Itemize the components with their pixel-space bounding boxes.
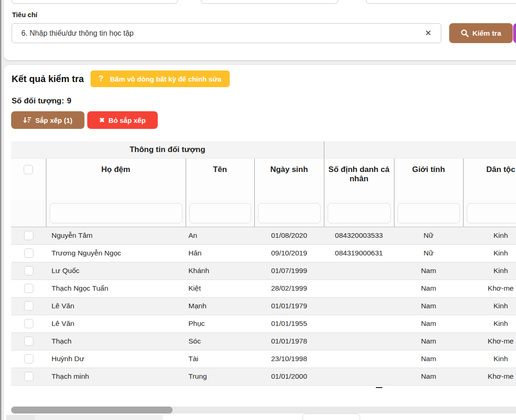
- column-header-ngay-sinh: Ngày sinh: [254, 158, 324, 200]
- sort-amount-icon: [23, 116, 32, 124]
- cell-ngay-sinh: 09/10/2019: [254, 244, 324, 262]
- results-table: Thông tin đối tượng Họ đệm Tên Ngày sinh…: [11, 141, 516, 386]
- table-row[interactable]: Huỳnh Dư Tài 23/10/1998 Nam Kinh: [11, 350, 516, 368]
- row-checkbox-cell: [11, 350, 46, 368]
- row-checkbox[interactable]: [24, 337, 33, 346]
- row-checkbox[interactable]: [24, 248, 33, 258]
- row-checkbox[interactable]: [24, 372, 33, 381]
- check-button-label: Kiểm tra: [472, 29, 501, 38]
- page-size-select-truncated[interactable]: [303, 414, 360, 420]
- cell-so-dinh-danh: [324, 368, 394, 385]
- row-checkbox-cell: [11, 280, 46, 297]
- filter-cell-empty: [11, 200, 46, 227]
- cell-ho-dem: Lê Văn: [46, 315, 186, 332]
- column-header-so-dinh-danh: Số định danh cá nhân: [324, 158, 394, 200]
- edit-hint-text: Bấm vô dòng bất kỳ để chỉnh sửa: [110, 75, 221, 83]
- cell-dan-toc: Khơ-me: [463, 280, 516, 297]
- row-checkbox-cell: [11, 297, 46, 315]
- filter-input-ngay-sinh[interactable]: [258, 203, 321, 223]
- filter-input-dan-toc[interactable]: [467, 203, 516, 223]
- cell-ten: Phục: [186, 315, 254, 332]
- clear-icon[interactable]: ✕: [423, 28, 433, 38]
- footer-element-truncated-1: [6, 415, 35, 420]
- cell-ngay-sinh: 28/02/1999: [254, 280, 324, 297]
- cell-ten: Khánh: [186, 262, 254, 280]
- cell-so-dinh-danh: [324, 262, 394, 280]
- window-left-edge: [0, 0, 1, 420]
- column-header-ten: Tên: [186, 158, 254, 200]
- row-checkbox-cell: [11, 244, 46, 262]
- cell-so-dinh-danh: [324, 315, 394, 332]
- filter-input-ho-dem[interactable]: [50, 203, 182, 223]
- cell-gioi-tinh: Nữ: [394, 244, 463, 262]
- criteria-card: Tiêu chí 6. Nhập thiếu/dư thông tin học …: [4, 0, 516, 60]
- cell-ngay-sinh: 23/10/1998: [254, 350, 324, 368]
- table-row[interactable]: Lê Văn Mạnh 01/01/1979 Nam Kinh: [11, 297, 516, 315]
- search-icon: [461, 29, 469, 37]
- row-checkbox[interactable]: [24, 284, 33, 293]
- horizontal-scrollbar-track[interactable]: [11, 407, 516, 414]
- clear-sort-button-label: Bỏ sắp xếp: [109, 116, 146, 124]
- row-checkbox[interactable]: [24, 319, 33, 328]
- cell-ho-dem: Lư Quốc: [46, 262, 186, 280]
- horizontal-scrollbar-thumb[interactable]: [11, 407, 173, 414]
- cell-dan-toc: Kinh: [463, 350, 516, 368]
- group-header-secondary: [324, 141, 516, 158]
- table-row[interactable]: Thạch minh Trung 01/01/2000 Nam Khơ-me: [11, 368, 516, 385]
- cell-dan-toc: Khơ-me: [463, 332, 516, 350]
- cell-dan-toc: Kinh: [463, 227, 516, 244]
- filter-input-ten[interactable]: [189, 203, 251, 223]
- cell-ho-dem: Nguyễn Tâm: [46, 227, 186, 244]
- filter-input-truncated-1[interactable]: [12, 0, 178, 4]
- cell-ho-dem: Huỳnh Dư: [46, 350, 186, 368]
- sort-button-label: Sắp xếp (1): [35, 116, 72, 124]
- table-row[interactable]: Lê Văn Phục 01/01/1955 Nam Kinh: [11, 315, 516, 332]
- row-checkbox-cell: [11, 227, 46, 244]
- column-header-dan-toc: Dân tộc: [463, 158, 516, 200]
- row-checkbox[interactable]: [24, 301, 33, 311]
- cell-ho-dem: Trương Nguyễn Ngọc: [46, 244, 186, 262]
- cell-ngay-sinh: 01/01/1979: [254, 297, 324, 315]
- cell-ten: Hân: [186, 244, 254, 262]
- check-button[interactable]: Kiểm tra: [449, 23, 513, 43]
- cell-ngay-sinh: 01/01/2000: [254, 368, 324, 385]
- select-all-checkbox[interactable]: [24, 165, 33, 174]
- row-checkbox[interactable]: [24, 266, 33, 275]
- clear-sort-button[interactable]: ✖ Bỏ sắp xếp: [87, 111, 158, 129]
- column-header-ho-dem: Họ đệm: [46, 158, 186, 200]
- table-row[interactable]: Lư Quốc Khánh 01/07/1999 Nam Kinh: [11, 262, 516, 280]
- cell-ngay-sinh: 01/01/1978: [254, 332, 324, 350]
- filter-input-truncated-3[interactable]: [366, 0, 516, 4]
- secondary-action-button-truncated[interactable]: [513, 23, 516, 43]
- table-row[interactable]: Thạch Sóc 01/01/1978 Nam Khơ-me: [11, 332, 516, 350]
- table-row[interactable]: Trương Nguyễn Ngọc Hân 09/10/2019 084319…: [11, 244, 516, 262]
- sort-button[interactable]: Sắp xếp (1): [11, 111, 84, 129]
- cell-gioi-tinh: Nam: [394, 315, 463, 332]
- cell-gioi-tinh: Nam: [394, 368, 463, 385]
- cell-ngay-sinh: 01/01/1955: [254, 315, 324, 332]
- cell-gioi-tinh: Nam: [394, 332, 463, 350]
- cell-gioi-tinh: Nam: [394, 280, 463, 297]
- filter-input-truncated-2[interactable]: [201, 0, 338, 4]
- cell-so-dinh-danh: 084320003533: [324, 227, 394, 244]
- row-checkbox[interactable]: [24, 354, 33, 363]
- select-all-cell: [11, 158, 46, 200]
- cell-ho-dem: Thạch: [46, 332, 186, 350]
- table-row[interactable]: Thạch Ngọc Tuấn Kiệt 28/02/1999 Nam Khơ-…: [11, 280, 516, 297]
- remove-icon: ✖: [99, 116, 105, 124]
- filter-input-gioi-tinh[interactable]: [398, 203, 460, 223]
- criteria-selected-value: 6. Nhập thiếu/dư thông tin học tập: [21, 29, 423, 38]
- cell-ho-dem: Thạch Ngọc Tuấn: [46, 280, 186, 297]
- cell-ho-dem: Lê Văn: [46, 297, 186, 315]
- cell-gioi-tinh: Nam: [394, 350, 463, 368]
- row-checkbox[interactable]: [24, 231, 33, 240]
- object-count-value: 9: [67, 96, 71, 106]
- column-header-gioi-tinh: Giới tính: [394, 158, 463, 200]
- filter-input-so-dinh-danh[interactable]: [328, 203, 391, 223]
- cell-gioi-tinh: Nam: [394, 297, 463, 315]
- cell-ten: Mạnh: [186, 297, 254, 315]
- table-row[interactable]: Nguyễn Tâm An 01/08/2020 084320003533 Nữ…: [11, 227, 516, 244]
- criteria-select[interactable]: 6. Nhập thiếu/dư thông tin học tập ✕: [12, 23, 441, 43]
- cell-dan-toc: Kinh: [463, 315, 516, 332]
- object-count-label: Số đối tượng:: [12, 96, 64, 106]
